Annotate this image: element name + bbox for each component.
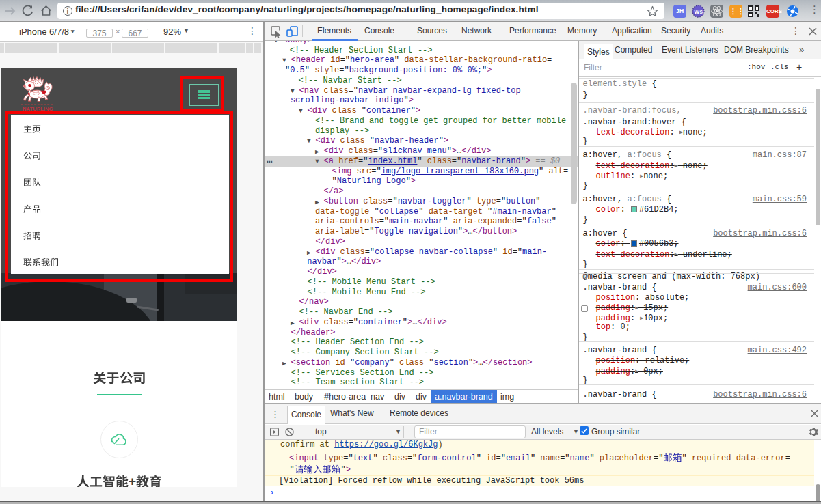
svg-text:Ws: Ws: [694, 8, 703, 15]
